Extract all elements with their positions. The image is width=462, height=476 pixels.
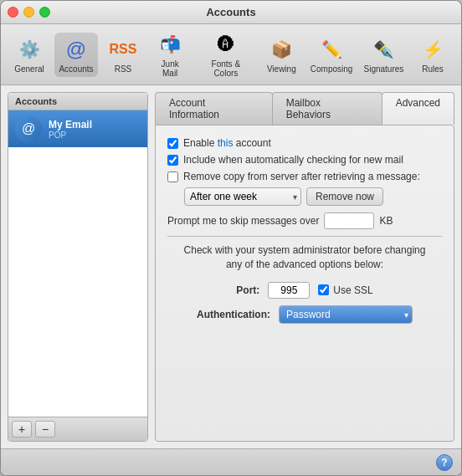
toolbar-item-rules[interactable]: ⚡ Rules (411, 33, 454, 77)
enable-account-label: Enable this account (183, 137, 271, 149)
close-button[interactable] (8, 7, 18, 18)
include-checking-label: Include when automatically checking for … (183, 154, 403, 166)
main-panel: Account Information Mailbox Behaviors Ad… (155, 92, 454, 442)
account-info: My Email POP (49, 119, 92, 140)
auth-select[interactable]: Password MD5 Challenge-Response NTLM Ker… (279, 305, 413, 324)
enable-account-row: Enable this account (167, 137, 442, 149)
period-select-wrapper: After one week After one day After one m… (184, 187, 301, 206)
toolbar-item-rss[interactable]: RSS RSS (101, 33, 145, 77)
toolbar-item-general[interactable]: ⚙️ General (8, 33, 51, 77)
toolbar-item-fonts-colors[interactable]: 🅐 Fonts & Colors (195, 28, 256, 81)
advanced-panel: Enable this account Include when automat… (155, 125, 454, 442)
toolbar-item-composing[interactable]: ✏️ Composing (306, 33, 357, 77)
port-row: Port: Use SSL (167, 282, 442, 299)
tab-mailbox-behaviors-label: Mailbox Behaviors (286, 97, 331, 120)
accounts-icon: @ (63, 36, 90, 63)
remove-copy-row: Remove copy from server after retrieving… (167, 171, 442, 182)
ssl-checkbox[interactable] (318, 284, 329, 295)
tab-advanced[interactable]: Advanced (382, 92, 454, 125)
toolbar-label-rules: Rules (422, 64, 444, 74)
main-window: Accounts ⚙️ General @ Accounts RSS RSS 📬… (0, 0, 462, 476)
fonts-colors-icon: 🅐 (213, 31, 239, 58)
remove-copy-label: Remove copy from server after retrieving… (183, 171, 420, 182)
toolbar-item-viewing[interactable]: 📦 Viewing (259, 33, 303, 77)
rss-icon: RSS (110, 36, 136, 63)
toolbar-label-composing: Composing (311, 64, 353, 74)
divider (167, 236, 442, 237)
toolbar-label-rss: RSS (115, 64, 132, 74)
prompt-input[interactable] (324, 212, 374, 229)
enable-account-checkbox[interactable] (167, 138, 178, 149)
content-area: Accounts @ My Email POP + − Acco (1, 85, 461, 448)
window-title: Accounts (206, 6, 255, 18)
ssl-label: Use SSL (333, 284, 372, 296)
toolbar-item-signatures[interactable]: ✒️ Signatures (360, 33, 408, 77)
avatar: @ (15, 115, 42, 142)
sidebar-header: Accounts (8, 93, 147, 110)
tab-mailbox-behaviors[interactable]: Mailbox Behaviors (272, 92, 382, 125)
toolbar-label-viewing: Viewing (267, 64, 296, 74)
maximize-button[interactable] (39, 7, 50, 18)
toolbar-label-signatures: Signatures (364, 64, 404, 74)
viewing-icon: 📦 (268, 36, 295, 63)
general-icon: ⚙️ (16, 36, 43, 63)
enable-account-highlight: this (218, 137, 234, 149)
accounts-sidebar: Accounts @ My Email POP + − (8, 92, 148, 442)
tabs: Account Information Mailbox Behaviors Ad… (155, 92, 454, 125)
account-type: POP (49, 131, 92, 140)
period-select[interactable]: After one week After one day After one m… (184, 187, 301, 206)
signatures-icon: ✒️ (370, 36, 397, 63)
include-checking-checkbox[interactable] (167, 155, 178, 166)
tab-account-information[interactable]: Account Information (155, 92, 273, 125)
composing-icon: ✏️ (318, 36, 345, 63)
window-controls (8, 7, 50, 18)
junk-mail-icon: 📬 (157, 31, 183, 58)
remove-copy-checkbox[interactable] (167, 171, 178, 182)
remove-now-button[interactable]: Remove now (306, 187, 383, 206)
sidebar-list: @ My Email POP (8, 110, 147, 417)
prompt-row: Prompt me to skip messages over KB (167, 212, 442, 229)
auth-label: Authentication: (197, 309, 270, 320)
port-input[interactable] (268, 282, 310, 299)
prompt-label: Prompt me to skip messages over (167, 215, 319, 227)
toolbar-item-accounts[interactable]: @ Accounts (54, 33, 98, 77)
titlebar: Accounts (1, 1, 461, 24)
period-section: After one week After one day After one m… (184, 187, 442, 206)
remove-account-button[interactable]: − (35, 421, 55, 438)
auth-select-wrapper: Password MD5 Challenge-Response NTLM Ker… (279, 305, 413, 324)
account-name: My Email (49, 119, 92, 131)
tab-advanced-label: Advanced (396, 97, 440, 109)
toolbar: ⚙️ General @ Accounts RSS RSS 📬 Junk Mai… (1, 24, 461, 85)
port-label: Port: (236, 284, 259, 296)
enable-account-post: account (233, 137, 270, 149)
info-text: Check with your system administrator bef… (167, 243, 442, 272)
toolbar-item-junk-mail[interactable]: 📬 Junk Mail (148, 28, 192, 81)
info-text-content: Check with your system administrator bef… (184, 244, 426, 270)
toolbar-label-fonts-colors: Fonts & Colors (202, 59, 249, 78)
add-account-button[interactable]: + (12, 421, 32, 438)
toolbar-label-general: General (14, 64, 44, 74)
sidebar-footer: + − (8, 417, 147, 441)
minimize-button[interactable] (23, 7, 34, 18)
sidebar-item-my-email[interactable]: @ My Email POP (8, 110, 147, 147)
bottom-bar: ? (1, 448, 461, 475)
help-button[interactable]: ? (436, 454, 453, 471)
toolbar-label-accounts: Accounts (59, 64, 93, 74)
prompt-unit: KB (379, 215, 393, 227)
toolbar-label-junk-mail: Junk Mail (155, 59, 185, 78)
ssl-row: Use SSL (318, 284, 372, 296)
include-checking-row: Include when automatically checking for … (167, 154, 442, 166)
enable-account-pre: Enable (183, 137, 218, 149)
rules-icon: ⚡ (419, 36, 446, 63)
tab-account-information-label: Account Information (169, 97, 219, 120)
auth-row: Authentication: Password MD5 Challenge-R… (167, 305, 442, 324)
